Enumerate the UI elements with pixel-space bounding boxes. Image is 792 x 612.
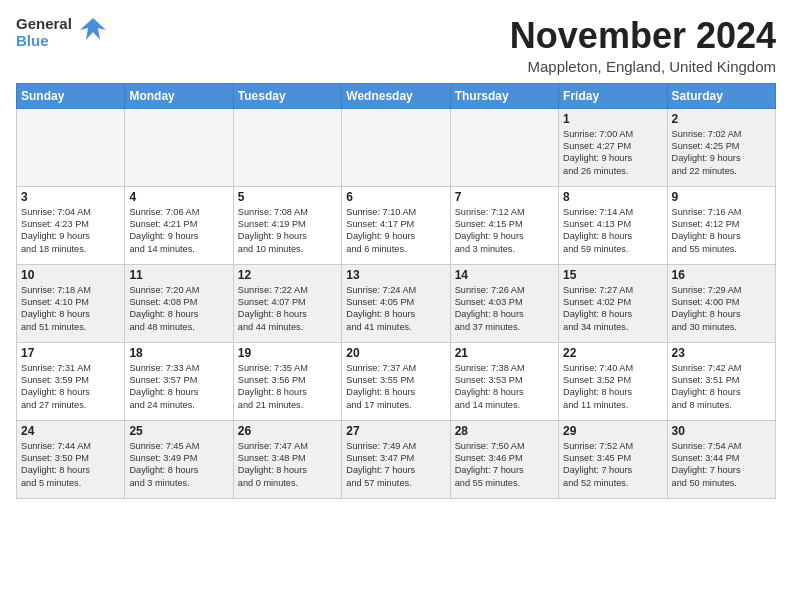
day-number: 8 — [563, 190, 662, 204]
page: General Blue November 2024 Mappleton, En… — [0, 0, 792, 507]
calendar-header-sunday: Sunday — [17, 83, 125, 108]
day-info: Sunrise: 7:54 AM Sunset: 3:44 PM Dayligh… — [672, 440, 771, 490]
calendar-header-saturday: Saturday — [667, 83, 775, 108]
logo-general: General — [16, 16, 72, 33]
calendar-cell: 8Sunrise: 7:14 AM Sunset: 4:13 PM Daylig… — [559, 186, 667, 264]
day-number: 29 — [563, 424, 662, 438]
calendar-cell: 1Sunrise: 7:00 AM Sunset: 4:27 PM Daylig… — [559, 108, 667, 186]
calendar-week-row: 24Sunrise: 7:44 AM Sunset: 3:50 PM Dayli… — [17, 420, 776, 498]
day-number: 2 — [672, 112, 771, 126]
calendar-cell: 5Sunrise: 7:08 AM Sunset: 4:19 PM Daylig… — [233, 186, 341, 264]
day-info: Sunrise: 7:37 AM Sunset: 3:55 PM Dayligh… — [346, 362, 445, 412]
calendar-cell: 6Sunrise: 7:10 AM Sunset: 4:17 PM Daylig… — [342, 186, 450, 264]
day-number: 11 — [129, 268, 228, 282]
calendar-cell: 28Sunrise: 7:50 AM Sunset: 3:46 PM Dayli… — [450, 420, 558, 498]
day-info: Sunrise: 7:14 AM Sunset: 4:13 PM Dayligh… — [563, 206, 662, 256]
svg-marker-0 — [80, 18, 106, 40]
day-info: Sunrise: 7:33 AM Sunset: 3:57 PM Dayligh… — [129, 362, 228, 412]
day-number: 26 — [238, 424, 337, 438]
day-number: 5 — [238, 190, 337, 204]
day-info: Sunrise: 7:49 AM Sunset: 3:47 PM Dayligh… — [346, 440, 445, 490]
calendar-cell: 30Sunrise: 7:54 AM Sunset: 3:44 PM Dayli… — [667, 420, 775, 498]
logo: General Blue — [16, 16, 108, 49]
calendar-cell: 21Sunrise: 7:38 AM Sunset: 3:53 PM Dayli… — [450, 342, 558, 420]
calendar-cell — [342, 108, 450, 186]
calendar-cell: 20Sunrise: 7:37 AM Sunset: 3:55 PM Dayli… — [342, 342, 450, 420]
day-number: 16 — [672, 268, 771, 282]
day-info: Sunrise: 7:29 AM Sunset: 4:00 PM Dayligh… — [672, 284, 771, 334]
calendar-cell: 16Sunrise: 7:29 AM Sunset: 4:00 PM Dayli… — [667, 264, 775, 342]
day-info: Sunrise: 7:04 AM Sunset: 4:23 PM Dayligh… — [21, 206, 120, 256]
calendar-cell: 29Sunrise: 7:52 AM Sunset: 3:45 PM Dayli… — [559, 420, 667, 498]
day-number: 20 — [346, 346, 445, 360]
calendar-cell: 22Sunrise: 7:40 AM Sunset: 3:52 PM Dayli… — [559, 342, 667, 420]
calendar-cell: 18Sunrise: 7:33 AM Sunset: 3:57 PM Dayli… — [125, 342, 233, 420]
calendar-cell: 4Sunrise: 7:06 AM Sunset: 4:21 PM Daylig… — [125, 186, 233, 264]
calendar-header-wednesday: Wednesday — [342, 83, 450, 108]
calendar-header-thursday: Thursday — [450, 83, 558, 108]
calendar-cell: 14Sunrise: 7:26 AM Sunset: 4:03 PM Dayli… — [450, 264, 558, 342]
calendar-cell: 11Sunrise: 7:20 AM Sunset: 4:08 PM Dayli… — [125, 264, 233, 342]
calendar-cell: 2Sunrise: 7:02 AM Sunset: 4:25 PM Daylig… — [667, 108, 775, 186]
day-number: 12 — [238, 268, 337, 282]
day-info: Sunrise: 7:08 AM Sunset: 4:19 PM Dayligh… — [238, 206, 337, 256]
calendar-week-row: 10Sunrise: 7:18 AM Sunset: 4:10 PM Dayli… — [17, 264, 776, 342]
calendar-header-friday: Friday — [559, 83, 667, 108]
day-number: 24 — [21, 424, 120, 438]
calendar-cell: 25Sunrise: 7:45 AM Sunset: 3:49 PM Dayli… — [125, 420, 233, 498]
day-info: Sunrise: 7:31 AM Sunset: 3:59 PM Dayligh… — [21, 362, 120, 412]
day-number: 7 — [455, 190, 554, 204]
day-number: 17 — [21, 346, 120, 360]
day-number: 1 — [563, 112, 662, 126]
day-info: Sunrise: 7:47 AM Sunset: 3:48 PM Dayligh… — [238, 440, 337, 490]
day-number: 6 — [346, 190, 445, 204]
day-info: Sunrise: 7:35 AM Sunset: 3:56 PM Dayligh… — [238, 362, 337, 412]
day-info: Sunrise: 7:26 AM Sunset: 4:03 PM Dayligh… — [455, 284, 554, 334]
day-info: Sunrise: 7:44 AM Sunset: 3:50 PM Dayligh… — [21, 440, 120, 490]
day-number: 30 — [672, 424, 771, 438]
day-info: Sunrise: 7:16 AM Sunset: 4:12 PM Dayligh… — [672, 206, 771, 256]
day-info: Sunrise: 7:10 AM Sunset: 4:17 PM Dayligh… — [346, 206, 445, 256]
month-title: November 2024 — [510, 16, 776, 56]
calendar-week-row: 3Sunrise: 7:04 AM Sunset: 4:23 PM Daylig… — [17, 186, 776, 264]
day-info: Sunrise: 7:20 AM Sunset: 4:08 PM Dayligh… — [129, 284, 228, 334]
calendar-cell: 3Sunrise: 7:04 AM Sunset: 4:23 PM Daylig… — [17, 186, 125, 264]
day-number: 10 — [21, 268, 120, 282]
calendar-week-row: 17Sunrise: 7:31 AM Sunset: 3:59 PM Dayli… — [17, 342, 776, 420]
day-number: 4 — [129, 190, 228, 204]
day-info: Sunrise: 7:45 AM Sunset: 3:49 PM Dayligh… — [129, 440, 228, 490]
calendar-cell: 23Sunrise: 7:42 AM Sunset: 3:51 PM Dayli… — [667, 342, 775, 420]
calendar-cell: 10Sunrise: 7:18 AM Sunset: 4:10 PM Dayli… — [17, 264, 125, 342]
calendar-cell — [17, 108, 125, 186]
calendar-cell: 7Sunrise: 7:12 AM Sunset: 4:15 PM Daylig… — [450, 186, 558, 264]
day-info: Sunrise: 7:42 AM Sunset: 3:51 PM Dayligh… — [672, 362, 771, 412]
day-number: 9 — [672, 190, 771, 204]
title-section: November 2024 Mappleton, England, United… — [510, 16, 776, 75]
calendar-cell: 17Sunrise: 7:31 AM Sunset: 3:59 PM Dayli… — [17, 342, 125, 420]
calendar-cell: 15Sunrise: 7:27 AM Sunset: 4:02 PM Dayli… — [559, 264, 667, 342]
day-info: Sunrise: 7:50 AM Sunset: 3:46 PM Dayligh… — [455, 440, 554, 490]
logo-bird-icon — [78, 14, 108, 48]
day-info: Sunrise: 7:02 AM Sunset: 4:25 PM Dayligh… — [672, 128, 771, 178]
day-info: Sunrise: 7:27 AM Sunset: 4:02 PM Dayligh… — [563, 284, 662, 334]
calendar-cell: 13Sunrise: 7:24 AM Sunset: 4:05 PM Dayli… — [342, 264, 450, 342]
day-info: Sunrise: 7:00 AM Sunset: 4:27 PM Dayligh… — [563, 128, 662, 178]
day-info: Sunrise: 7:24 AM Sunset: 4:05 PM Dayligh… — [346, 284, 445, 334]
day-number: 23 — [672, 346, 771, 360]
day-number: 22 — [563, 346, 662, 360]
calendar-cell: 26Sunrise: 7:47 AM Sunset: 3:48 PM Dayli… — [233, 420, 341, 498]
location-subtitle: Mappleton, England, United Kingdom — [510, 58, 776, 75]
calendar-header-row: SundayMondayTuesdayWednesdayThursdayFrid… — [17, 83, 776, 108]
day-number: 19 — [238, 346, 337, 360]
calendar-cell — [450, 108, 558, 186]
day-info: Sunrise: 7:06 AM Sunset: 4:21 PM Dayligh… — [129, 206, 228, 256]
day-number: 25 — [129, 424, 228, 438]
calendar-cell — [233, 108, 341, 186]
day-info: Sunrise: 7:12 AM Sunset: 4:15 PM Dayligh… — [455, 206, 554, 256]
calendar-cell — [125, 108, 233, 186]
day-info: Sunrise: 7:38 AM Sunset: 3:53 PM Dayligh… — [455, 362, 554, 412]
calendar-cell: 9Sunrise: 7:16 AM Sunset: 4:12 PM Daylig… — [667, 186, 775, 264]
day-info: Sunrise: 7:52 AM Sunset: 3:45 PM Dayligh… — [563, 440, 662, 490]
calendar-table: SundayMondayTuesdayWednesdayThursdayFrid… — [16, 83, 776, 499]
day-number: 13 — [346, 268, 445, 282]
